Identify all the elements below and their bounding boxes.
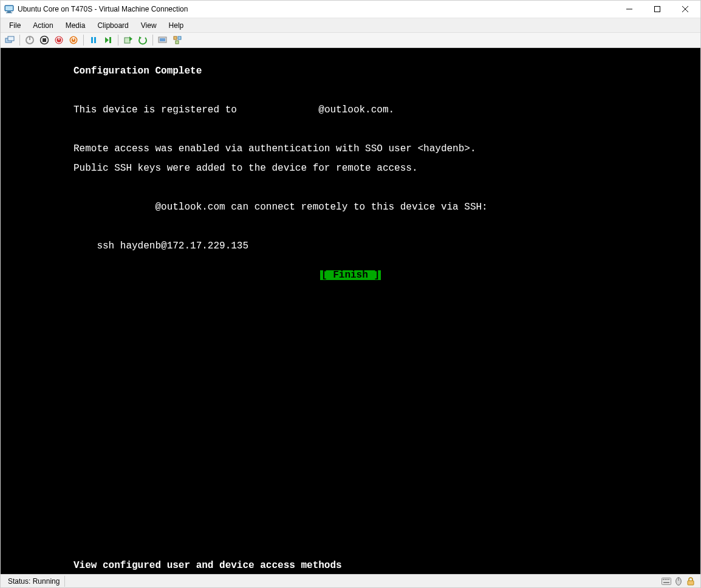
menu-help[interactable]: Help bbox=[163, 19, 190, 32]
ctrl-alt-del-icon[interactable] bbox=[3, 33, 16, 47]
checkpoint-icon[interactable] bbox=[121, 33, 135, 47]
svg-rect-5 bbox=[655, 7, 660, 12]
menu-clipboard[interactable]: Clipboard bbox=[91, 19, 134, 32]
maximize-button[interactable] bbox=[643, 1, 671, 18]
menu-file[interactable]: File bbox=[3, 19, 27, 32]
console-remote-access-line: Remote access was enabled via authentica… bbox=[1, 144, 700, 154]
svg-rect-35 bbox=[666, 579, 668, 580]
finish-button[interactable]: [ Finish ] bbox=[320, 270, 381, 280]
svg-rect-33 bbox=[663, 579, 664, 580]
svg-rect-29 bbox=[174, 36, 177, 39]
statusbar: Status: Running bbox=[1, 574, 700, 587]
svg-rect-36 bbox=[668, 579, 669, 580]
status-text: Status: Running bbox=[3, 576, 65, 587]
console-heading: Configuration Complete bbox=[1, 66, 700, 76]
console-ssh-keys-line: Public SSH keys were added to the device… bbox=[1, 163, 700, 173]
keyboard-icon bbox=[662, 576, 671, 586]
lock-icon bbox=[686, 576, 696, 586]
console-bottom-hint: View configured user and device access m… bbox=[74, 561, 342, 570]
start-icon-gray[interactable] bbox=[23, 33, 36, 47]
finish-row: [ Finish ] bbox=[1, 270, 700, 280]
svg-rect-24 bbox=[125, 38, 130, 43]
toolbar bbox=[1, 32, 700, 48]
enhanced-session-icon[interactable] bbox=[156, 33, 169, 47]
close-button[interactable] bbox=[671, 1, 699, 18]
menubar: File Action Media Clipboard View Help bbox=[1, 18, 700, 32]
vm-console[interactable]: Configuration Complete This device is re… bbox=[1, 48, 700, 574]
console-ssh-command: ssh haydenb@172.17.229.135 bbox=[1, 241, 700, 251]
titlebar: Ubuntu Core on T470S - Virtual Machine C… bbox=[1, 1, 700, 18]
svg-rect-34 bbox=[665, 579, 666, 580]
minimize-button[interactable] bbox=[615, 1, 643, 18]
revert-icon[interactable] bbox=[136, 33, 149, 47]
menu-view[interactable]: View bbox=[135, 19, 163, 32]
status-icons bbox=[662, 576, 698, 586]
share-icon[interactable] bbox=[171, 33, 184, 47]
svg-marker-25 bbox=[129, 36, 132, 41]
console-registered-line: This device is registered to @outlook.co… bbox=[1, 105, 700, 115]
svg-marker-22 bbox=[105, 37, 109, 43]
svg-rect-23 bbox=[109, 37, 111, 43]
svg-rect-30 bbox=[178, 36, 181, 39]
svg-rect-13 bbox=[43, 38, 46, 42]
svg-rect-9 bbox=[8, 36, 14, 41]
window-title: Ubuntu Core on T470S - Virtual Machine C… bbox=[18, 5, 188, 13]
svg-rect-20 bbox=[91, 37, 93, 43]
svg-rect-28 bbox=[160, 38, 165, 41]
reset-icon[interactable] bbox=[101, 33, 115, 47]
svg-rect-31 bbox=[176, 41, 179, 44]
hyperv-icon bbox=[4, 4, 14, 14]
shutdown-icon[interactable] bbox=[52, 33, 66, 47]
svg-rect-1 bbox=[5, 6, 13, 10]
svg-rect-37 bbox=[663, 582, 669, 583]
svg-rect-3 bbox=[6, 13, 12, 13]
menu-media[interactable]: Media bbox=[60, 19, 92, 32]
save-icon[interactable] bbox=[67, 33, 80, 47]
turnoff-icon[interactable] bbox=[38, 33, 51, 47]
svg-rect-40 bbox=[688, 581, 694, 585]
window-controls bbox=[615, 1, 699, 18]
pause-icon[interactable] bbox=[87, 33, 100, 47]
svg-marker-26 bbox=[139, 36, 142, 39]
menu-action[interactable]: Action bbox=[27, 19, 59, 32]
console-connect-line: @outlook.com can connect remotely to thi… bbox=[1, 202, 700, 212]
svg-rect-2 bbox=[7, 12, 11, 13]
mouse-icon bbox=[674, 576, 683, 586]
svg-rect-21 bbox=[94, 37, 96, 43]
